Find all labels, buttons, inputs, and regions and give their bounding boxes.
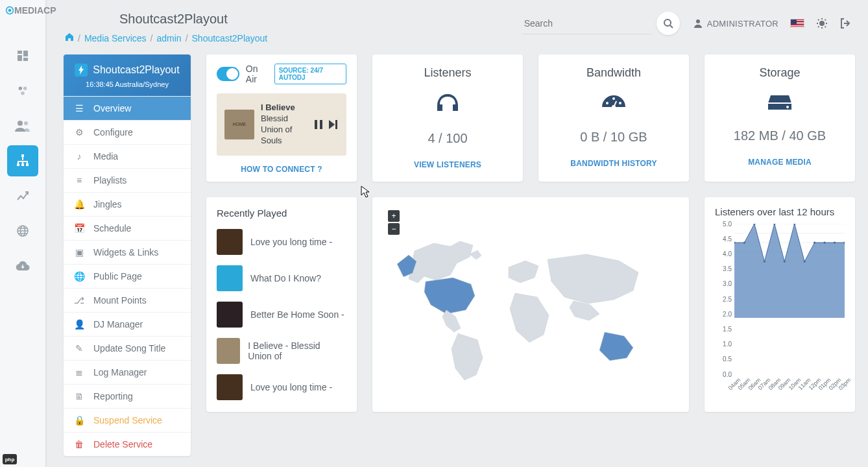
gear-icon: ⚙ — [74, 127, 84, 138]
svg-rect-2 — [18, 55, 22, 61]
service-nav-item[interactable]: 🔔Jingles — [64, 192, 191, 216]
svg-point-46 — [804, 260, 806, 262]
recently-played-card: Recently Played Love you long time -What… — [206, 197, 357, 412]
nav-users-icon[interactable] — [7, 110, 38, 141]
listeners-title: Listeners — [424, 66, 471, 80]
gauge-icon — [601, 93, 627, 115]
svg-rect-20 — [335, 120, 337, 129]
listeners-chart-title: Listeners over last 12 hours — [715, 206, 845, 217]
service-nav-label: Jingles — [93, 199, 122, 210]
nav-dashboard-icon[interactable] — [7, 40, 38, 71]
breadcrumb-current: Shoutcast2Playout — [192, 33, 268, 43]
trash-icon: 🗑 — [74, 439, 84, 449]
map-zoom-in-button[interactable]: + — [388, 210, 400, 222]
bandwidth-value: 0 B / 10 GB — [580, 130, 647, 145]
skip-icon[interactable] — [327, 119, 339, 130]
dj-icon: 👤 — [74, 319, 84, 329]
search-input[interactable] — [522, 13, 651, 34]
theme-icon[interactable] — [816, 18, 828, 29]
service-nav-item[interactable]: ⎇Mount Points — [64, 288, 191, 312]
language-flag-us[interactable] — [790, 19, 804, 28]
svg-point-4 — [19, 87, 22, 91]
page-title: Shoutcast2Playout — [119, 12, 228, 27]
breadcrumb-sep: / — [151, 33, 153, 43]
recently-played-item[interactable]: Love you long time - — [217, 229, 346, 255]
service-nav-item[interactable]: ✎Update Song Title — [64, 336, 191, 360]
svg-rect-3 — [23, 58, 28, 61]
service-nav-item[interactable]: 🗑Delete Service — [64, 432, 191, 456]
service-nav-item[interactable]: 👤DJ Manager — [64, 312, 191, 336]
service-nav-item[interactable]: ♪Media — [64, 144, 191, 168]
listeners-chart-card: Listeners over last 12 hours 0.00.51.01.… — [705, 197, 855, 412]
breadcrumb-link[interactable]: Media Services — [84, 33, 147, 43]
onair-toggle[interactable] — [217, 67, 239, 81]
logout-icon[interactable] — [839, 18, 851, 29]
service-nav-label: Widgets & Links — [93, 247, 158, 257]
home-icon — [65, 32, 74, 42]
recently-played-item[interactable]: What Do I Know? — [217, 265, 346, 291]
listeners-chart: 0.00.51.01.52.02.53.03.54.04.55.0 04am05… — [715, 224, 845, 392]
svg-rect-9 — [21, 154, 24, 157]
recently-played-item[interactable]: Better Be Home Soon - — [217, 302, 346, 328]
service-nav-label: Media — [93, 151, 118, 162]
log-icon: ≣ — [74, 367, 84, 377]
service-nav-item[interactable]: ≣Log Manager — [64, 360, 191, 384]
service-nav-item[interactable]: ⚙Configure — [64, 120, 191, 144]
content-grid: Shoutcast2Playout 16:38:45 Australia/Syd… — [64, 54, 854, 456]
top-right-actions: ADMINISTRATOR — [693, 18, 851, 29]
service-nav-item[interactable]: 🔒Suspend Service — [64, 408, 191, 432]
bandwidth-history-link[interactable]: BANDWIDTH HISTORY — [570, 159, 657, 168]
onair-label: On Air — [246, 64, 268, 84]
svg-point-24 — [612, 97, 615, 100]
user-menu[interactable]: ADMINISTRATOR — [693, 18, 778, 29]
breadcrumb-link[interactable]: admin — [156, 33, 181, 43]
breadcrumb-home[interactable] — [65, 32, 74, 43]
nav-analytics-icon[interactable] — [7, 180, 38, 211]
service-nav-item[interactable]: ☰Overview — [64, 96, 191, 120]
service-nav-label: Reporting — [93, 391, 133, 401]
user-icon — [693, 18, 703, 29]
nav-services-icon[interactable] — [7, 145, 38, 176]
track-meta: I Believe Blessid Union of Souls — [261, 102, 306, 147]
recently-played-item[interactable]: Love you long time - — [217, 374, 346, 400]
breadcrumb: / Media Services / admin / Shoutcast2Pla… — [65, 32, 267, 43]
breadcrumb-sep: / — [78, 33, 80, 43]
pause-icon[interactable] — [313, 119, 324, 130]
lock-icon: 🔒 — [74, 415, 84, 425]
service-nav-item[interactable]: 🗎Reporting — [64, 384, 191, 408]
chart-x-axis: 04am05am06am07am08am09am10am11am12pm01pm… — [734, 374, 845, 392]
search-button[interactable] — [657, 12, 680, 35]
recently-played-item[interactable]: I Believe - Blessid Union of — [217, 338, 346, 364]
svg-point-15 — [664, 19, 671, 26]
album-cover: HOME — [224, 110, 254, 139]
album-cover — [217, 338, 240, 364]
service-nav-label: Configure — [93, 127, 133, 138]
manage-media-link[interactable]: MANAGE MEDIA — [748, 158, 812, 167]
service-nav-label: Schedule — [93, 223, 131, 234]
bell-icon: 🔔 — [74, 199, 84, 210]
service-nav-item[interactable]: ≡Playlists — [64, 168, 191, 192]
service-nav-label: Update Song Title — [93, 343, 165, 353]
album-cover — [217, 229, 243, 255]
svg-point-45 — [793, 224, 795, 225]
svg-point-42 — [764, 260, 766, 262]
listeners-card: Listeners 4 / 100 VIEW LISTENERS — [372, 54, 523, 182]
calendar-icon: 📅 — [74, 223, 84, 234]
svg-point-44 — [784, 260, 786, 262]
source-pill[interactable]: SOURCE: 24/7 AUTODJ — [274, 64, 346, 84]
svg-rect-19 — [320, 120, 322, 129]
world-map[interactable] — [379, 228, 677, 390]
music-icon: ♪ — [74, 151, 84, 162]
service-nav-item[interactable]: 🌐Public Page — [64, 264, 191, 288]
nav-network-icon[interactable] — [7, 215, 38, 246]
nav-settings-icon[interactable] — [7, 75, 38, 106]
service-nav-item[interactable]: 📅Schedule — [64, 216, 191, 240]
view-listeners-link[interactable]: VIEW LISTENERS — [414, 160, 481, 169]
menu-icon: ☰ — [74, 103, 84, 114]
svg-point-47 — [814, 241, 815, 243]
page-main: Shoutcast2Playout ADMINISTRATOR / Media … — [54, 0, 868, 467]
service-nav-item[interactable]: ▣Widgets & Links — [64, 240, 191, 264]
how-to-connect-link[interactable]: HOW TO CONNECT ? — [217, 165, 346, 174]
nav-download-icon[interactable] — [7, 250, 38, 281]
svg-point-23 — [619, 102, 621, 104]
